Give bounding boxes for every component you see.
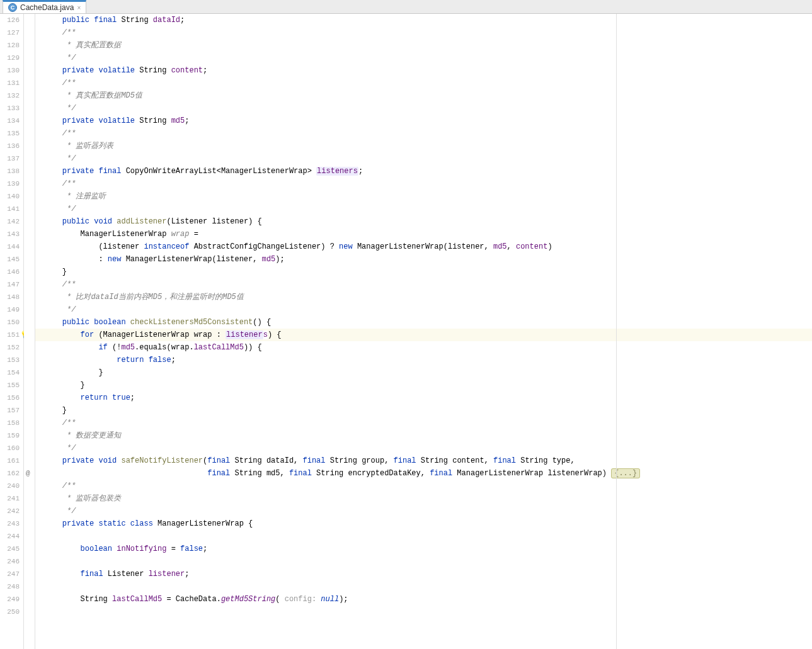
line-number: 244 bbox=[0, 530, 20, 543]
line-number: 246 bbox=[0, 555, 20, 568]
code-line[interactable]: return false; bbox=[44, 354, 812, 366]
gutter-annotation-icon: @ bbox=[26, 467, 30, 480]
line-number: 161 bbox=[0, 454, 20, 467]
line-number: 159 bbox=[0, 429, 20, 442]
code-line[interactable]: } bbox=[44, 366, 812, 379]
code-line[interactable]: public void addListener(Listener listene… bbox=[44, 215, 812, 228]
line-number: 156 bbox=[0, 392, 20, 404]
line-number: 127 bbox=[0, 26, 20, 39]
code-line[interactable] bbox=[44, 555, 812, 568]
code-line[interactable]: for (ManagerListenerWrap wrap : listener… bbox=[35, 329, 812, 341]
code-line[interactable]: if (!md5.equals(wrap.lastCallMd5)) { bbox=[44, 341, 812, 354]
code-line[interactable]: private volatile String md5; bbox=[44, 115, 812, 127]
code-line[interactable]: */ bbox=[44, 303, 812, 316]
line-number: 131 bbox=[0, 77, 20, 89]
line-number: 146 bbox=[0, 266, 20, 278]
line-number: 245 bbox=[0, 543, 20, 555]
code-line[interactable]: (listener instanceof AbstractConfigChang… bbox=[44, 240, 812, 253]
code-line[interactable]: boolean inNotifying = false; bbox=[44, 543, 812, 555]
code-line[interactable]: * 比对dataId当前内容MD5，和注册监听时的MD5值 bbox=[44, 291, 812, 303]
line-number: 243 bbox=[0, 517, 20, 530]
line-number: 128 bbox=[0, 39, 20, 52]
code-line[interactable]: * 真实配置数据 bbox=[44, 39, 812, 52]
code-line[interactable]: * 数据变更通知 bbox=[44, 429, 812, 442]
line-number: 148 bbox=[0, 291, 20, 303]
code-line[interactable]: /** bbox=[44, 26, 812, 39]
code-line[interactable]: String lastCallMd5 = CacheData.getMd5Str… bbox=[44, 593, 812, 606]
code-line[interactable]: final String md5, final String encrypted… bbox=[44, 467, 812, 480]
line-number: 240 bbox=[0, 480, 20, 492]
code-line[interactable] bbox=[44, 580, 812, 593]
code-line[interactable]: */ bbox=[44, 52, 812, 64]
line-number: 143 bbox=[0, 228, 20, 240]
code-line[interactable]: private final CopyOnWriteArrayList<Manag… bbox=[44, 165, 812, 178]
code-line[interactable]: * 真实配置数据MD5值 bbox=[44, 89, 812, 102]
line-number: 242 bbox=[0, 505, 20, 517]
code-line[interactable]: public final String dataId; bbox=[44, 14, 812, 26]
code-line[interactable]: */ bbox=[44, 203, 812, 215]
code-line[interactable]: * 注册监听 bbox=[44, 190, 812, 203]
line-number: 138 bbox=[0, 165, 20, 178]
close-icon[interactable]: × bbox=[77, 4, 81, 11]
line-number: 162 bbox=[0, 467, 20, 480]
code-line[interactable]: * 监听器列表 bbox=[44, 140, 812, 152]
line-number: 249 bbox=[0, 593, 20, 606]
line-number: 139 bbox=[0, 178, 20, 190]
line-number: 153 bbox=[0, 354, 20, 366]
line-number: 250 bbox=[0, 606, 20, 618]
code-line[interactable]: */ bbox=[44, 152, 812, 165]
line-number: 144 bbox=[0, 240, 20, 253]
line-number: 150 bbox=[0, 316, 20, 329]
code-line[interactable]: private void safeNotifyListener(final St… bbox=[44, 454, 812, 467]
line-number: 133 bbox=[0, 102, 20, 115]
code-line[interactable]: final Listener listener; bbox=[44, 568, 812, 580]
code-line[interactable]: /** bbox=[44, 178, 812, 190]
code-line[interactable]: return true; bbox=[44, 392, 812, 404]
code-line[interactable] bbox=[44, 606, 812, 618]
line-number: 137 bbox=[0, 152, 20, 165]
code-line[interactable]: */ bbox=[44, 102, 812, 115]
line-number: 247 bbox=[0, 568, 20, 580]
java-class-icon: C bbox=[8, 3, 17, 12]
code-line[interactable]: } bbox=[44, 404, 812, 417]
code-line[interactable]: public boolean checkListenersMd5Consiste… bbox=[44, 316, 812, 329]
code-area[interactable]: public final String dataId; /** * 真实配置数据… bbox=[35, 14, 812, 649]
code-line[interactable]: ManagerListenerWrap wrap = bbox=[44, 228, 812, 240]
code-line[interactable]: * 监听器包装类 bbox=[44, 492, 812, 505]
tab-filename: CacheData.java bbox=[20, 3, 74, 12]
line-number: 130 bbox=[0, 64, 20, 77]
line-number: 152 bbox=[0, 341, 20, 354]
line-number: 160 bbox=[0, 442, 20, 454]
code-line[interactable]: */ bbox=[44, 442, 812, 454]
line-number: 132 bbox=[0, 89, 20, 102]
code-line[interactable]: } bbox=[44, 266, 812, 278]
line-number: 141 bbox=[0, 203, 20, 215]
file-tab[interactable]: C CacheData.java × bbox=[3, 0, 86, 13]
line-number: 142 bbox=[0, 215, 20, 228]
line-number: 134 bbox=[0, 115, 20, 127]
line-number: 157 bbox=[0, 404, 20, 417]
code-line[interactable]: private volatile String content; bbox=[44, 64, 812, 77]
line-number: 140 bbox=[0, 190, 20, 203]
code-line[interactable]: /** bbox=[44, 127, 812, 140]
line-number: 154 bbox=[0, 366, 20, 379]
code-line[interactable]: private static class ManagerListenerWrap… bbox=[44, 517, 812, 530]
code-editor[interactable]: 1261271281291301311321331341351361371381… bbox=[0, 14, 812, 649]
code-line[interactable] bbox=[44, 530, 812, 543]
code-line[interactable]: */ bbox=[44, 505, 812, 517]
code-line[interactable]: /** bbox=[44, 417, 812, 429]
line-number: 129 bbox=[0, 52, 20, 64]
line-number: 149 bbox=[0, 303, 20, 316]
code-line[interactable]: } bbox=[44, 379, 812, 392]
tab-bar: C CacheData.java × bbox=[0, 0, 812, 14]
code-line[interactable]: : new ManagerListenerWrap(listener, md5)… bbox=[44, 253, 812, 266]
line-number: 135 bbox=[0, 127, 20, 140]
code-line[interactable]: /** bbox=[44, 278, 812, 291]
line-number: 136 bbox=[0, 140, 20, 152]
line-number: 158 bbox=[0, 417, 20, 429]
code-line[interactable]: /** bbox=[44, 77, 812, 89]
line-number: 241 bbox=[0, 492, 20, 505]
line-number: 155 bbox=[0, 379, 20, 392]
code-line[interactable]: /** bbox=[44, 480, 812, 492]
line-number: 145 bbox=[0, 253, 20, 266]
